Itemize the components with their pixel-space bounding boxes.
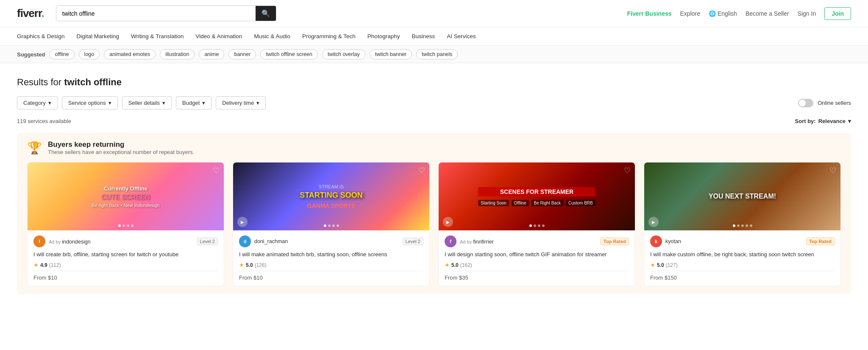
search-bar: 🔍 bbox=[56, 6, 276, 21]
header: fiverr. 🔍 Fiverr Business Explore 🌐 Engl… bbox=[0, 0, 868, 27]
nav-become-seller[interactable]: Become a Seller bbox=[746, 10, 789, 17]
cat-nav-writing[interactable]: Writing & Translation bbox=[131, 31, 184, 41]
star-icon: ★ bbox=[445, 262, 450, 268]
nav-join-button[interactable]: Join bbox=[824, 7, 851, 20]
logo[interactable]: fiverr. bbox=[17, 7, 44, 20]
top-rated-badge: Top Rated bbox=[806, 238, 835, 245]
star-icon: ★ bbox=[239, 262, 244, 268]
tag-offline[interactable]: offline bbox=[49, 49, 74, 59]
card-rating: ★ 4.9 (112) bbox=[33, 262, 218, 268]
tag-animated-emotes[interactable]: animated emotes bbox=[104, 49, 156, 59]
online-sellers-label: Online sellers bbox=[818, 100, 851, 106]
cat-nav-graphics[interactable]: Graphics & Design bbox=[17, 31, 65, 41]
online-sellers-toggle-area: Online sellers bbox=[798, 99, 851, 107]
filter-budget[interactable]: Budget ▾ bbox=[176, 96, 211, 109]
seller-name[interactable]: finnfirrier bbox=[473, 239, 494, 245]
rating-value: 4.9 bbox=[40, 262, 47, 268]
play-button[interactable]: ▶ bbox=[648, 217, 659, 227]
card-title: I will make animated twitch brb, startin… bbox=[239, 251, 423, 258]
wishlist-icon[interactable]: ♡ bbox=[213, 166, 220, 175]
cat-nav-ai[interactable]: AI Services bbox=[447, 31, 476, 41]
language-selector[interactable]: 🌐 English bbox=[709, 10, 737, 17]
card-3-image: SCENES FOR STREAMER Starting Soon Offlin… bbox=[439, 162, 635, 230]
seller-name[interactable]: kyotan bbox=[665, 238, 681, 244]
avatar: d bbox=[239, 235, 251, 247]
card-4-image: YOU NEXT STREAM! ♡ ▶ bbox=[644, 162, 840, 230]
search-button[interactable]: 🔍 bbox=[256, 6, 276, 21]
sort-value[interactable]: Relevance bbox=[818, 118, 846, 124]
nav-explore[interactable]: Explore bbox=[680, 10, 700, 17]
suggested-bar: Suggested offline logo animated emotes i… bbox=[0, 46, 868, 63]
carousel-dots bbox=[118, 224, 134, 227]
tag-twitch-offline-screen[interactable]: twitch offline screen bbox=[260, 49, 318, 59]
card-1-image: Currently Offline CUTE SCREEN Be right B… bbox=[28, 162, 224, 230]
wishlist-icon[interactable]: ♡ bbox=[418, 166, 425, 175]
card-rating: ★ 5.0 (162) bbox=[445, 262, 629, 268]
play-button[interactable]: ▶ bbox=[443, 217, 453, 227]
tag-banner[interactable]: banner bbox=[228, 49, 256, 59]
logo-text: fiverr bbox=[17, 7, 42, 20]
card-2-image: STREAM IS STARTING SOON GANMA SPORTS ♡ ▶ bbox=[233, 162, 429, 230]
online-sellers-toggle[interactable] bbox=[798, 99, 813, 107]
star-icon: ★ bbox=[650, 262, 655, 268]
play-button[interactable]: ▶ bbox=[237, 217, 248, 227]
cat-nav-photography[interactable]: Photography bbox=[367, 31, 400, 41]
tag-twitch-panels[interactable]: twitch panels bbox=[416, 49, 458, 59]
carousel-dots bbox=[733, 224, 752, 227]
card-title: I will make custom offline, be right bac… bbox=[650, 251, 835, 258]
main-content: Results for twitch offline Category ▾ Se… bbox=[0, 63, 868, 318]
sort-label: Sort by: bbox=[795, 118, 816, 124]
wishlist-icon[interactable]: ♡ bbox=[624, 166, 631, 175]
ad-label: Ad by bbox=[460, 239, 473, 244]
card-price: From $150 bbox=[650, 271, 835, 281]
rating-value: 5.0 bbox=[451, 262, 459, 268]
card-price: From $10 bbox=[33, 271, 218, 281]
nav-fiverr-business[interactable]: Fiverr Business bbox=[627, 10, 671, 17]
stats-bar: 119 services available Sort by: Relevanc… bbox=[17, 118, 851, 124]
cat-nav-music[interactable]: Music & Audio bbox=[254, 31, 291, 41]
filter-delivery-time[interactable]: Delivery time ▾ bbox=[216, 96, 266, 109]
services-count: 119 services available bbox=[17, 118, 71, 124]
card-rating: ★ 5.0 (126) bbox=[239, 262, 423, 268]
card-1[interactable]: Currently Offline CUTE SCREEN Be right B… bbox=[27, 162, 224, 286]
card-2[interactable]: STREAM IS STARTING SOON GANMA SPORTS ♡ ▶ bbox=[233, 162, 430, 286]
level-badge: Level 2 bbox=[197, 238, 218, 245]
carousel-dots bbox=[324, 224, 339, 227]
header-nav: Fiverr Business Explore 🌐 English Become… bbox=[627, 7, 851, 20]
search-input[interactable] bbox=[56, 6, 256, 21]
category-nav: Graphics & Design Digital Marketing Writ… bbox=[0, 27, 868, 46]
avatar: f bbox=[445, 235, 456, 247]
card-3[interactable]: SCENES FOR STREAMER Starting Soon Offlin… bbox=[438, 162, 635, 286]
avatar: k bbox=[650, 235, 662, 247]
filter-service-options[interactable]: Service options ▾ bbox=[62, 96, 118, 109]
results-heading: Results for twitch offline bbox=[17, 77, 851, 88]
cat-nav-video[interactable]: Video & Animation bbox=[195, 31, 242, 41]
cat-nav-digital-marketing[interactable]: Digital Marketing bbox=[77, 31, 120, 41]
language-label: English bbox=[718, 10, 737, 17]
cat-nav-programming[interactable]: Programming & Tech bbox=[302, 31, 356, 41]
star-icon: ★ bbox=[33, 262, 39, 268]
rating-value: 5.0 bbox=[246, 262, 253, 268]
cards-grid: Currently Offline CUTE SCREEN Be right B… bbox=[27, 162, 841, 286]
tag-anime[interactable]: anime bbox=[199, 49, 224, 59]
cat-nav-business[interactable]: Business bbox=[412, 31, 435, 41]
tag-twitch-overlay[interactable]: twitch overlay bbox=[322, 49, 365, 59]
nav-sign-in[interactable]: Sign In bbox=[798, 10, 816, 17]
promo-banner: 🏆 Buyers keep returning These sellers ha… bbox=[17, 133, 851, 294]
wishlist-icon[interactable]: ♡ bbox=[829, 166, 836, 175]
tag-illustration[interactable]: illustration bbox=[160, 49, 195, 59]
filter-seller-details[interactable]: Seller details ▾ bbox=[122, 96, 172, 109]
tag-twitch-banner[interactable]: twitch banner bbox=[370, 49, 412, 59]
ad-label: Ad by bbox=[49, 239, 62, 244]
sort-chevron-icon[interactable]: ▾ bbox=[848, 118, 851, 124]
card-4[interactable]: YOU NEXT STREAM! ♡ ▶ bbox=[644, 162, 841, 286]
seller-name[interactable]: doni_rachman bbox=[254, 238, 288, 244]
tag-logo[interactable]: logo bbox=[79, 49, 100, 59]
card-title: I will design starting soon, offline twi… bbox=[445, 251, 629, 258]
promo-title: Buyers keep returning bbox=[48, 140, 194, 149]
filter-category[interactable]: Category ▾ bbox=[17, 96, 58, 109]
rating-count: (126) bbox=[255, 262, 267, 268]
card-rating: ★ 5.0 (127) bbox=[650, 262, 835, 268]
rating-count: (162) bbox=[460, 262, 472, 268]
seller-name[interactable]: indondesign bbox=[62, 239, 90, 245]
